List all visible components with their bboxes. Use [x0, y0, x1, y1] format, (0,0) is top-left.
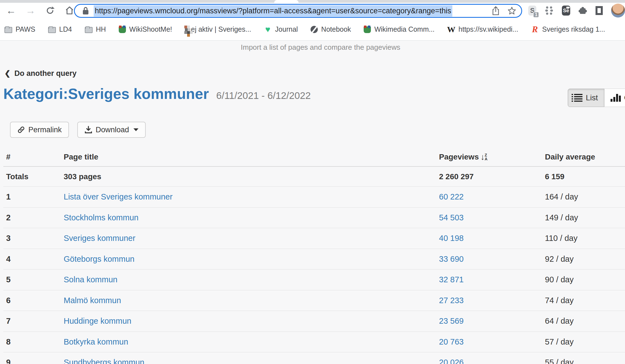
folder-icon — [48, 27, 56, 33]
bookmark-label: https://sv.wikipedi... — [458, 25, 518, 33]
page-title-link[interactable]: Sundbybergs kommun — [64, 358, 144, 364]
bookmark-item[interactable]: HH — [85, 25, 106, 33]
bookmark-label: PAWS — [16, 25, 35, 33]
bookmark-star-icon[interactable] — [507, 6, 516, 15]
page-title-link[interactable]: Solna kommun — [64, 275, 117, 284]
rank-cell: 7 — [3, 316, 64, 326]
extension-tree-icon[interactable] — [544, 6, 554, 16]
table-row: 7 Huddinge kommun 23 569 64 / day — [3, 311, 625, 332]
bookmark-label: Journal — [275, 25, 298, 33]
bookmark-item[interactable]: W https://sv.wikipedi... — [447, 25, 518, 33]
list-view-button[interactable]: List — [568, 89, 604, 107]
rank-cell: 1 — [3, 192, 64, 201]
do-another-query-link[interactable]: ❮ Do another query — [4, 69, 76, 78]
bar-chart-icon — [611, 94, 621, 102]
tree-dots-icon — [544, 6, 554, 16]
daily-average-cell: 149 / day — [545, 213, 625, 222]
home-button[interactable] — [64, 5, 75, 16]
totals-label: Totals — [3, 172, 64, 181]
table-row: 1 Lista över Sveriges kommuner 60 222 16… — [3, 187, 625, 208]
url-text[interactable]: https://pageviews.wmcloud.org/massviews/… — [94, 5, 452, 17]
folder-icon — [85, 27, 93, 33]
extension-s-icon[interactable]: S 1 — [528, 6, 536, 16]
extension-selenium-icon[interactable]: Se — [562, 6, 570, 16]
download-icon — [85, 126, 92, 134]
bookmark-label: HH — [96, 25, 106, 33]
pageviews-link[interactable]: 32 871 — [439, 275, 464, 284]
bookmark-label: LD4 — [59, 25, 72, 33]
mosaic-icon — [185, 28, 188, 31]
table-header-row: # Page title Pageviews ↓ ZA Daily averag… — [3, 148, 625, 167]
bookmark-item[interactable]: PAWS — [4, 25, 35, 33]
table-row: 5 Solna kommun 32 871 90 / day — [3, 270, 625, 290]
date-range: 6/11/2021 - 6/12/2022 — [216, 90, 311, 101]
bookmark-item[interactable]: R Sveriges riksdag 1... — [531, 25, 605, 33]
rank-cell: 4 — [3, 255, 64, 264]
page-title-header[interactable]: Page title — [64, 153, 439, 161]
pageviews-link[interactable]: 23 569 — [439, 316, 464, 325]
pageviews-header[interactable]: Pageviews ↓ ZA — [439, 152, 545, 162]
totals-pages: 303 pages — [64, 172, 439, 181]
profile-avatar[interactable] — [611, 4, 625, 18]
pageviews-link[interactable]: 40 198 — [439, 234, 464, 243]
extension-s-badge: 1 — [533, 12, 539, 18]
page-subtitle: Import a list of pages and compare the p… — [241, 43, 400, 52]
table-row: 8 Botkyrka kommun 20 763 57 / day — [3, 332, 625, 353]
totals-pageviews: 2 260 297 — [439, 172, 545, 181]
rank-cell: 2 — [3, 213, 64, 222]
rank-header[interactable]: # — [3, 153, 64, 161]
pageviews-link[interactable]: 20 763 — [439, 337, 464, 346]
pageviews-link[interactable]: 54 503 — [439, 213, 464, 222]
list-icon — [574, 94, 582, 102]
share-icon[interactable] — [492, 6, 500, 16]
rank-cell: 3 — [3, 234, 64, 243]
bookmark-label: ej aktiv | Sveriges... — [191, 25, 251, 33]
page-title-link[interactable]: Malmö kommun — [64, 296, 121, 305]
totals-daily-average: 6 159 — [545, 172, 625, 181]
sidebar-toggle-icon[interactable] — [596, 6, 603, 15]
page-title-link[interactable]: Lista över Sveriges kommuner — [64, 192, 173, 201]
view-toggle-group: List Chart — [568, 89, 625, 107]
page-title-link[interactable]: Stockholms kommun — [64, 213, 138, 222]
daily-average-header[interactable]: Daily average — [545, 153, 625, 161]
bookmark-item[interactable]: Wikimedia Comm... — [364, 25, 435, 33]
forward-button[interactable]: → — [25, 5, 36, 16]
bookmark-item[interactable]: Notebook — [311, 25, 351, 33]
bookmark-item[interactable]: ♥ Journal — [264, 25, 298, 33]
reload-button[interactable] — [44, 5, 56, 16]
chart-view-button[interactable]: Chart — [604, 89, 625, 107]
download-button[interactable]: Download — [77, 122, 146, 138]
globe-icon — [311, 26, 318, 33]
bookmark-label: WikiShootMe! — [129, 25, 172, 33]
table-row: 6 Malmö kommun 27 233 74 / day — [3, 290, 625, 311]
page-title-link[interactable]: Göteborgs kommun — [64, 255, 135, 263]
rank-cell: 9 — [3, 358, 64, 364]
daily-average-cell: 164 / day — [545, 192, 625, 201]
daily-average-cell: 74 / day — [545, 296, 625, 305]
caret-down-icon — [133, 128, 138, 131]
link-icon — [17, 126, 25, 134]
bookmark-item[interactable]: ej aktiv | Sveriges... — [185, 25, 251, 33]
page-title-link[interactable]: Sveriges kommuner — [64, 234, 135, 243]
back-button[interactable]: ← — [6, 5, 17, 16]
page-title-link[interactable]: Botkyrka kommun — [64, 337, 128, 346]
tab-strip — [0, 0, 625, 3]
permalink-button[interactable]: Permalink — [10, 122, 69, 138]
bookmark-label: Notebook — [321, 25, 351, 33]
page-title-link[interactable]: Huddinge kommun — [64, 316, 131, 325]
extensions-puzzle-button[interactable] — [578, 6, 587, 16]
bookmark-label: Sveriges riksdag 1... — [542, 25, 605, 33]
daily-average-cell: 64 / day — [545, 316, 625, 326]
bookmark-item[interactable]: LD4 — [48, 25, 72, 33]
heart-icon: ♥ — [264, 26, 272, 33]
table-row: 3 Sveriges kommuner 40 198 110 / day — [3, 228, 625, 249]
url-bar[interactable]: https://pageviews.wmcloud.org/massviews/… — [74, 4, 522, 18]
reload-icon — [45, 6, 55, 15]
table-row: 9 Sundbybergs kommun 20 026 55 / day — [3, 352, 625, 364]
bookmark-item[interactable]: WikiShootMe! — [119, 25, 172, 33]
pageviews-link[interactable]: 27 233 — [439, 296, 464, 305]
pageviews-link[interactable]: 33 690 — [439, 255, 464, 263]
daily-average-cell: 110 / day — [545, 234, 625, 243]
pageviews-link[interactable]: 20 026 — [439, 358, 464, 364]
pageviews-link[interactable]: 60 222 — [439, 192, 464, 201]
